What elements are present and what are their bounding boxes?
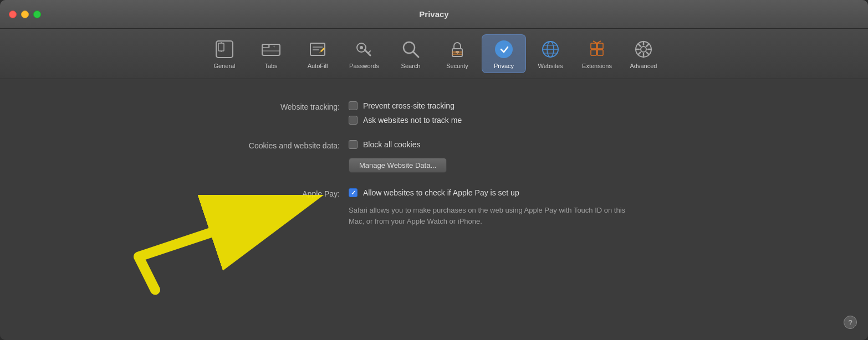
tabs-icon: + <box>260 38 282 60</box>
svg-line-12 <box>320 51 320 53</box>
tab-security-label: Security <box>446 63 468 69</box>
websites-icon <box>539 38 561 60</box>
block-cookies-checkbox[interactable] <box>349 140 358 149</box>
tab-advanced[interactable]: Advanced <box>621 35 666 73</box>
help-button[interactable]: ? <box>844 316 857 329</box>
autofill-icon <box>307 38 329 60</box>
main-window: Privacy General <box>0 0 868 340</box>
apple-pay-checkbox-row: Allow websites to check if Apple Pay is … <box>349 188 626 197</box>
svg-point-14 <box>360 46 363 49</box>
tab-passwords[interactable]: Passwords <box>342 35 386 73</box>
prevent-tracking-checkbox[interactable] <box>349 101 358 110</box>
traffic-lights <box>9 11 41 18</box>
svg-rect-30 <box>591 50 596 55</box>
prevent-tracking-row: Prevent cross-site tracking <box>349 101 462 110</box>
tab-extensions-label: Extensions <box>582 63 612 69</box>
tab-general[interactable]: General <box>202 35 247 73</box>
svg-point-37 <box>641 47 646 52</box>
cookies-label: Cookies and website data: <box>185 140 340 150</box>
apple-pay-row: Apple Pay: Allow websites to check if Ap… <box>185 188 683 226</box>
svg-line-42 <box>638 44 640 46</box>
close-button[interactable] <box>9 11 17 18</box>
block-cookies-label: Block all cookies <box>363 140 421 149</box>
website-tracking-row: Website tracking: Prevent cross-site tra… <box>185 101 683 125</box>
advanced-icon <box>632 38 655 60</box>
tab-search-label: Search <box>401 63 421 69</box>
tab-websites[interactable]: Websites <box>528 35 573 73</box>
svg-rect-4 <box>262 44 280 55</box>
tab-tabs-label: Tabs <box>264 63 277 69</box>
tab-autofill[interactable]: AutoFill <box>295 35 340 73</box>
content-area: Website tracking: Prevent cross-site tra… <box>0 79 868 340</box>
apple-pay-checkbox[interactable] <box>349 188 358 197</box>
apple-pay-checkbox-label: Allow websites to check if Apple Pay is … <box>363 188 519 197</box>
tab-search[interactable]: Search <box>389 35 433 73</box>
ask-not-track-checkbox[interactable] <box>349 116 358 125</box>
security-icon <box>446 38 468 60</box>
window-title: Privacy <box>419 9 448 19</box>
svg-rect-29 <box>598 43 603 49</box>
ask-not-track-row: Ask websites not to track me <box>349 116 462 125</box>
tab-passwords-label: Passwords <box>349 63 379 69</box>
manage-website-data-button[interactable]: Manage Website Data... <box>349 158 447 173</box>
tab-autofill-label: AutoFill <box>308 63 328 69</box>
svg-line-16 <box>413 51 418 57</box>
tab-extensions[interactable]: Extensions <box>575 35 619 73</box>
cookies-row: Cookies and website data: Block all cook… <box>185 140 683 173</box>
website-tracking-controls: Prevent cross-site tracking Ask websites… <box>349 101 462 125</box>
maximize-button[interactable] <box>33 11 41 18</box>
svg-line-44 <box>647 44 649 46</box>
minimize-button[interactable] <box>21 11 29 18</box>
svg-rect-31 <box>598 50 603 55</box>
svg-rect-1 <box>218 43 224 51</box>
ask-not-track-label: Ask websites not to track me <box>363 116 462 125</box>
block-cookies-row: Block all cookies <box>349 140 447 149</box>
titlebar: Privacy <box>0 0 868 29</box>
passwords-icon <box>353 38 375 60</box>
apple-pay-label: Apple Pay: <box>185 188 340 198</box>
svg-point-22 <box>495 40 513 58</box>
tab-general-label: General <box>213 63 235 69</box>
tab-security[interactable]: Security <box>435 35 479 73</box>
tab-websites-label: Websites <box>538 63 563 69</box>
toolbar: General + Tabs <box>0 29 868 79</box>
svg-text:+: + <box>273 44 275 49</box>
cookies-controls: Block all cookies Manage Website Data... <box>349 140 447 173</box>
apple-pay-description: Safari allows you to make purchases on t… <box>349 205 626 226</box>
settings-section: Website tracking: Prevent cross-site tra… <box>185 101 683 226</box>
apple-pay-controls: Allow websites to check if Apple Pay is … <box>349 188 626 226</box>
tab-advanced-label: Advanced <box>630 63 657 69</box>
svg-line-45 <box>638 53 640 55</box>
general-icon <box>213 38 236 60</box>
search-icon <box>400 38 422 60</box>
website-tracking-label: Website tracking: <box>185 101 340 111</box>
extensions-icon <box>586 38 608 60</box>
prevent-tracking-label: Prevent cross-site tracking <box>363 101 455 110</box>
tab-privacy[interactable]: Privacy <box>482 34 526 73</box>
svg-rect-28 <box>591 43 596 49</box>
svg-line-43 <box>647 53 649 55</box>
tab-tabs[interactable]: + Tabs <box>249 35 293 73</box>
privacy-icon <box>493 38 515 60</box>
tab-privacy-label: Privacy <box>494 63 514 69</box>
